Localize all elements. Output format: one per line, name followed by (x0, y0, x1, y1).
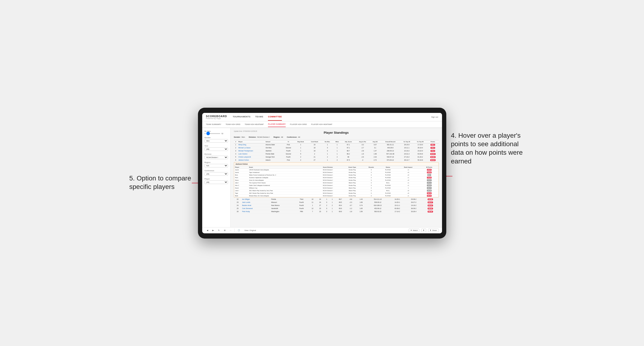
dots-button[interactable]: ··· (229, 229, 233, 232)
sidebar-gender-select[interactable]: Men (204, 139, 228, 143)
nav-committee[interactable]: COMMITTEE (268, 113, 282, 121)
sign-out-link[interactable]: Sign out (431, 116, 438, 118)
cell-wins: 1 (333, 149, 341, 152)
sidebar-range-max: 52 (221, 133, 223, 134)
cell-points[interactable]: 60.02 (422, 204, 439, 207)
cell-points[interactable]: 58.95 (422, 207, 439, 210)
cell-player[interactable]: Bastien Amat (242, 204, 270, 207)
cell-avg-sg: 1.98 (370, 152, 380, 156)
cell-adj-score: 68.7 (335, 198, 346, 201)
cell-player[interactable]: Michael La Sasso (238, 146, 265, 149)
detail-cell-type: Stroke Play (342, 179, 363, 181)
cell-points[interactable]: 60.58 (422, 198, 439, 201)
watch-button[interactable]: 👁 Watch (409, 229, 420, 232)
cell-player[interactable]: Luke Clanton (238, 152, 265, 156)
cell-player[interactable]: Cole Sherwood (242, 207, 270, 210)
cell-reg-rank: 11 (309, 201, 316, 204)
cell-player[interactable]: Michael Thorbjornsen (238, 149, 265, 152)
cell-points[interactable]: 70.2 (427, 149, 439, 152)
cell-reg-rank: 7 (309, 210, 316, 213)
detail-cell-event: UNCW Seahawk Intercollegiate (248, 169, 314, 171)
subnav-team-h2h-grid[interactable]: TEAM H2H GRID (226, 122, 240, 127)
nav-teams[interactable]: TEAMS (255, 113, 263, 121)
sidebar-conference-select[interactable]: (All) (204, 172, 228, 176)
cell-points[interactable]: 76.3 (427, 146, 439, 149)
view-original-button[interactable]: View: Original (243, 229, 257, 232)
cell-avg-sg: 2.34 (370, 156, 380, 159)
share-button[interactable]: ⬆ Share (428, 229, 438, 232)
cell-num: 4 (234, 152, 238, 156)
detail-cell-rounds: 3 (363, 192, 380, 194)
sidebar-player-select[interactable]: (All) (204, 180, 228, 184)
cell-overall: 562-02-23 (366, 210, 389, 213)
detail-cell-player: Pitch (234, 176, 248, 179)
th-school: School (265, 140, 283, 143)
detail-cell-w-points: 20.64 (420, 169, 438, 171)
cell-player[interactable]: Christo Lamprecht (238, 156, 265, 159)
cell-reg-rank: 1 (294, 143, 308, 146)
cell-no-rds: 1 (324, 198, 330, 201)
subnav-player-h2h-heatmap[interactable]: PLAYER H2H HEATMAP (311, 122, 332, 127)
detail-cell-player: Jacob (234, 171, 248, 173)
copy-button[interactable]: ⊞ (223, 229, 227, 232)
refresh-button[interactable]: ↻ (217, 229, 221, 232)
cell-reg-rank: 12 (309, 207, 316, 210)
cell-num: 22 (234, 198, 242, 201)
sidebar-range-no-rds[interactable]: 4 52 (204, 133, 228, 134)
detail-cell-division: NCAA Division I (314, 169, 342, 171)
cell-vs-top25: 27-10-2 (400, 156, 414, 159)
back-button[interactable]: ◀ (206, 229, 209, 232)
detail-cell-event: Fallen Oak Collegiate Invitational (248, 184, 314, 186)
cell-conf-rank: 18 (308, 146, 322, 149)
cell-wins: 1 (330, 198, 335, 201)
detail-cell-type: Stroke Play (342, 176, 363, 179)
cell-points[interactable]: 58.49 (422, 210, 439, 213)
cell-overall: 674-33-12 (380, 159, 400, 162)
cell-player[interactable]: Wenyi Ding (238, 143, 265, 146)
cell-points[interactable]: 88.2 (427, 143, 439, 146)
detail-cell-type: Stroke Play (342, 169, 363, 171)
cell-player[interactable]: Jackson Kohon (238, 159, 265, 162)
sidebar-region-select[interactable]: N/A (204, 164, 228, 168)
detail-cell-player: Jacob (234, 169, 248, 171)
cell-yr: Second (283, 146, 294, 149)
cell-avg-sg: 1.65 (356, 207, 366, 210)
cell-points[interactable]: 58.18 (427, 159, 439, 162)
detail-cell-type: Match Play (342, 186, 363, 189)
no-rds-slider[interactable] (206, 133, 220, 134)
sidebar-year-select[interactable]: (All) (204, 147, 228, 151)
subnav-team-summary[interactable]: TEAM SUMMARY (206, 122, 221, 127)
detail-cell-rounds: 3 (363, 186, 380, 189)
sidebar-division-select[interactable]: NCAA Division I (204, 156, 228, 159)
detail-cell-player: Luke I (234, 189, 248, 192)
cell-yr: Second (283, 152, 294, 156)
subnav-player-summary[interactable]: PLAYER SUMMARY (268, 122, 286, 127)
clock-icon: 🕐 (236, 229, 241, 232)
detail-cell-rounds: 3 (363, 181, 380, 184)
eth-w-points: W Points (420, 166, 438, 169)
cell-player[interactable]: Ian Gilligan (242, 198, 270, 201)
table-row: 3 Michael Thorbjornsen Stanford Fourth 1… (234, 149, 439, 152)
cell-yr: Third (294, 198, 309, 201)
cell-player[interactable]: Jack Lundin (242, 201, 270, 204)
cell-player[interactable]: Pete Hruby (242, 210, 270, 213)
nav-tournaments[interactable]: TOURNAMENTS (233, 113, 250, 121)
forward-button[interactable]: ▶ (211, 229, 215, 232)
subnav-team-h2h-heatmap[interactable]: TEAM H2H HEATMAP (244, 122, 264, 127)
cell-points[interactable]: 68.94 (427, 152, 439, 156)
cell-wins: 1 (330, 201, 335, 204)
annotation-5: 5. Option to compare specific players (129, 174, 193, 191)
cell-points[interactable]: 60.27 (422, 201, 439, 204)
cell-yr: Fifth (294, 210, 309, 213)
cell-reg-rank: 1 (294, 146, 308, 149)
cell-avg-to-par: -0.8 (346, 198, 356, 201)
sidebar: No Rds. 4 52 Gender Men (202, 128, 230, 227)
cell-points[interactable]: 60.89 (427, 156, 439, 159)
detail-cell-w-points: 53.60 (420, 171, 438, 173)
download-button[interactable]: ⬇ (421, 229, 426, 232)
cell-no-rds: 1 (322, 143, 333, 146)
cell-vs-top50: 38-39-2 (405, 207, 422, 210)
cell-overall: 547-142-38 (380, 152, 400, 156)
subnav-player-h2h-grid[interactable]: PLAYER H2H GRID (290, 122, 307, 127)
detail-cell-w-points: 66.40 (420, 194, 438, 197)
